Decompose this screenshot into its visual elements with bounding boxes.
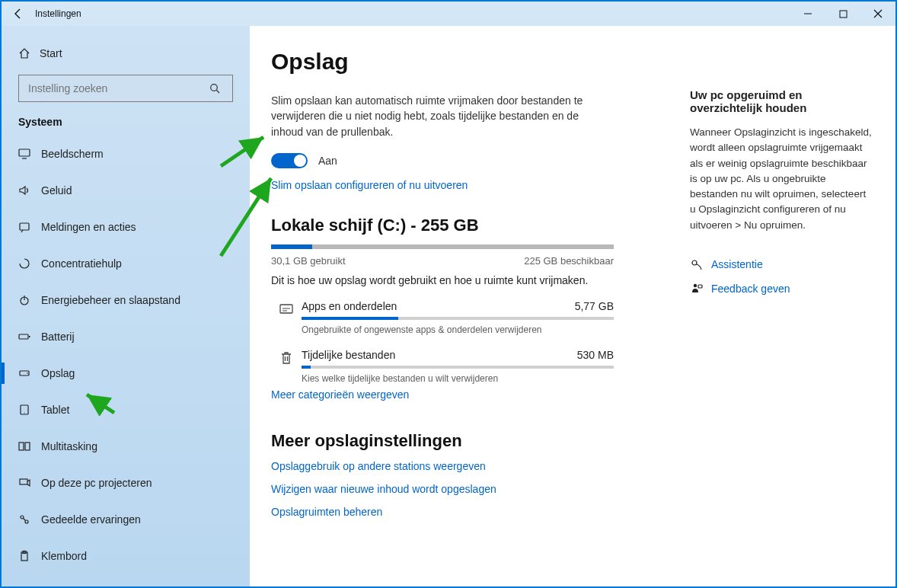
sidebar-item-label: Tablet bbox=[41, 404, 69, 416]
minimize-icon bbox=[803, 9, 812, 18]
svg-point-19 bbox=[692, 260, 697, 265]
svg-point-8 bbox=[27, 372, 28, 374]
sidebar: Start Systeem BeeldschermGeluidMeldingen… bbox=[2, 26, 250, 586]
svg-rect-0 bbox=[840, 11, 847, 18]
disk-used-label: 30,1 GB gebruikt bbox=[271, 255, 346, 267]
title-bar: Instellingen bbox=[2, 2, 895, 26]
maximize-button[interactable] bbox=[825, 2, 860, 26]
configure-storage-sense-link[interactable]: Slim opslaan configureren of nu uitvoere… bbox=[271, 179, 629, 191]
sound-icon bbox=[18, 184, 41, 197]
sidebar-item-label: Beeldscherm bbox=[41, 148, 104, 160]
arrow-left-icon bbox=[12, 8, 24, 20]
aside-link[interactable]: Feedback geven bbox=[711, 283, 790, 295]
project-icon bbox=[18, 477, 41, 489]
feedback-icon bbox=[690, 282, 711, 296]
sidebar-item-label: Multitasking bbox=[41, 440, 97, 452]
category-bar bbox=[302, 317, 614, 320]
sidebar-item-label: Gedeelde ervaringen bbox=[41, 513, 141, 526]
sidebar-item-label: Opslag bbox=[41, 367, 75, 379]
toggle-state-label: Aan bbox=[318, 155, 337, 167]
start-row[interactable]: Start bbox=[2, 37, 250, 70]
disk-usage-fill bbox=[271, 244, 312, 249]
sidebar-item-battery[interactable]: Batterij bbox=[2, 318, 250, 355]
window-title: Instellingen bbox=[35, 8, 81, 19]
multitask-icon bbox=[18, 440, 41, 452]
aside-heading: Uw pc opgeruimd en overzichtelijk houden bbox=[690, 88, 874, 114]
main-content: Opslag Slim opslaan kan automatisch ruim… bbox=[250, 26, 895, 586]
aside: Uw pc opgeruimd en overzichtelijk houden… bbox=[629, 49, 874, 571]
svg-rect-5 bbox=[19, 334, 28, 339]
storage-category-row[interactable]: Tijdelijke bestanden530 MBKies welke tij… bbox=[271, 349, 614, 384]
more-settings-link[interactable]: Wijzigen waar nieuwe inhoud wordt opgesl… bbox=[271, 483, 629, 495]
more-settings-link[interactable]: Opslaggebruik op andere stations weergev… bbox=[271, 460, 629, 472]
sidebar-item-project[interactable]: Op deze pc projecteren bbox=[2, 465, 250, 501]
sidebar-item-label: Klembord bbox=[41, 550, 87, 562]
help-icon bbox=[690, 257, 711, 271]
sidebar-item-sound[interactable]: Geluid bbox=[2, 172, 250, 209]
sidebar-item-label: Energiebeheer en slaapstand bbox=[41, 294, 180, 306]
storage-sense-description: Slim opslaan kan automatisch ruimte vrij… bbox=[271, 93, 606, 139]
sidebar-item-shared[interactable]: Gedeelde ervaringen bbox=[2, 501, 250, 538]
svg-point-20 bbox=[694, 284, 697, 287]
search-icon bbox=[209, 83, 225, 94]
power-icon bbox=[18, 294, 41, 306]
category-title: Tijdelijke bestanden bbox=[302, 349, 395, 361]
storage-icon bbox=[18, 367, 41, 379]
close-icon bbox=[873, 9, 883, 18]
sidebar-item-label: Batterij bbox=[41, 331, 75, 343]
focus-icon bbox=[18, 257, 41, 270]
disk-usage-bar bbox=[271, 244, 614, 249]
back-button[interactable] bbox=[8, 3, 29, 24]
category-size: 530 MB bbox=[577, 349, 614, 361]
sidebar-item-label: Concentratiehulp bbox=[41, 257, 122, 270]
sidebar-item-power[interactable]: Energiebeheer en slaapstand bbox=[2, 282, 250, 318]
sidebar-item-label: Meldingen en acties bbox=[41, 221, 136, 233]
battery-icon bbox=[18, 331, 41, 343]
svg-rect-11 bbox=[19, 443, 24, 450]
show-more-categories-link[interactable]: Meer categorieën weergeven bbox=[271, 388, 629, 401]
more-settings-link[interactable]: Opslagruimten beheren bbox=[271, 506, 629, 518]
sidebar-item-multitask[interactable]: Multitasking bbox=[2, 428, 250, 465]
tablet-icon bbox=[18, 404, 41, 416]
aside-link[interactable]: Assistentie bbox=[711, 258, 763, 270]
sidebar-item-label: Geluid bbox=[41, 184, 72, 197]
sidebar-item-notifications[interactable]: Meldingen en acties bbox=[2, 209, 250, 245]
aside-link-row: Feedback geven bbox=[690, 282, 874, 296]
display-icon bbox=[18, 148, 41, 160]
page-title: Opslag bbox=[271, 49, 629, 75]
category-sub: Kies welke tijdelijke bestanden u wilt v… bbox=[302, 373, 614, 384]
svg-rect-12 bbox=[25, 443, 30, 450]
sidebar-item-label: Op deze pc projecteren bbox=[41, 477, 152, 489]
usage-hint: Dit is hoe uw opslag wordt gebruikt en h… bbox=[271, 274, 629, 286]
clipboard-icon bbox=[18, 550, 41, 562]
svg-point-14 bbox=[21, 516, 24, 519]
apps-icon bbox=[271, 300, 302, 317]
sidebar-item-focus[interactable]: Concentratiehulp bbox=[2, 245, 250, 282]
svg-rect-6 bbox=[29, 336, 30, 337]
storage-category-row[interactable]: Apps en onderdelen5,77 GBOngebruikte of … bbox=[271, 300, 614, 335]
category-bar bbox=[302, 366, 614, 369]
svg-rect-3 bbox=[20, 223, 29, 230]
storage-sense-toggle[interactable] bbox=[271, 153, 308, 168]
trash-icon bbox=[271, 349, 302, 366]
shared-icon bbox=[18, 513, 41, 526]
sidebar-section-title: Systeem bbox=[2, 111, 250, 136]
category-size: 5,77 GB bbox=[575, 300, 614, 312]
aside-link-row: Assistentie bbox=[690, 257, 874, 271]
sidebar-item-tablet[interactable]: Tablet bbox=[2, 391, 250, 428]
disk-heading: Lokale schijf (C:) - 255 GB bbox=[271, 216, 629, 235]
search-input-wrap[interactable] bbox=[18, 75, 233, 102]
home-icon bbox=[18, 47, 40, 59]
svg-point-1 bbox=[211, 85, 218, 91]
svg-point-10 bbox=[24, 412, 24, 413]
category-sub: Ongebruikte of ongewenste apps & onderde… bbox=[302, 324, 614, 335]
start-label: Start bbox=[40, 47, 62, 59]
svg-rect-13 bbox=[20, 479, 27, 484]
sidebar-item-clipboard[interactable]: Klembord bbox=[2, 538, 250, 574]
category-title: Apps en onderdelen bbox=[302, 300, 397, 312]
sidebar-item-display[interactable]: Beeldscherm bbox=[2, 136, 250, 172]
sidebar-item-storage[interactable]: Opslag bbox=[2, 355, 250, 391]
close-button[interactable] bbox=[860, 2, 895, 26]
minimize-button[interactable] bbox=[790, 2, 825, 26]
search-input[interactable] bbox=[27, 81, 209, 95]
